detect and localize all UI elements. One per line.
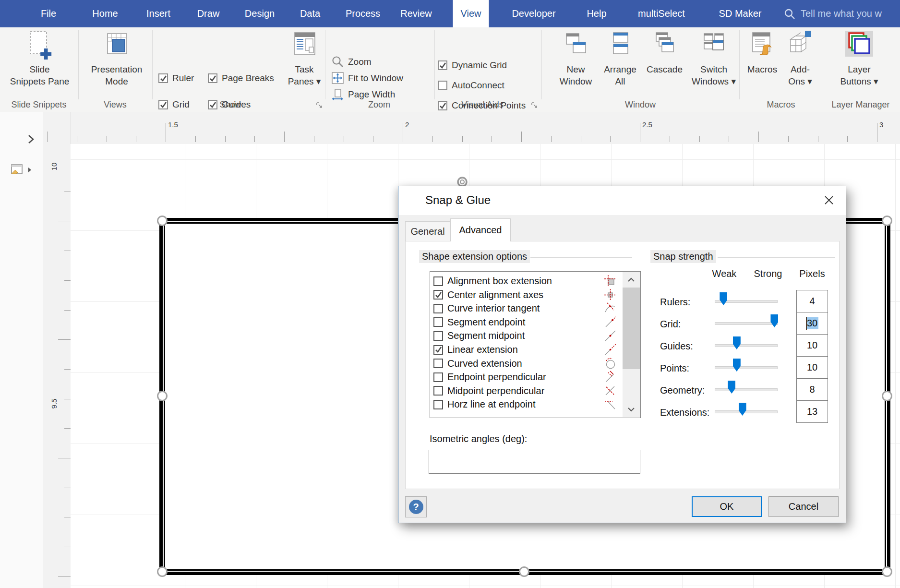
close-button[interactable]: [818, 191, 840, 209]
macros-button[interactable]: Macros: [743, 30, 781, 75]
checkbox-page-breaks[interactable]: Page Breaks: [208, 73, 274, 84]
presentation-mode-button[interactable]: PresentationMode: [85, 30, 148, 87]
cancel-button[interactable]: Cancel: [768, 496, 839, 517]
layer-buttons-button[interactable]: LayerButtons ▾: [835, 30, 883, 87]
tab-advanced[interactable]: Advanced: [450, 218, 511, 241]
tab-home[interactable]: Home: [84, 0, 125, 27]
handle-bottom-middle[interactable]: [519, 566, 529, 577]
checkbox-autoconnect[interactable]: AutoConnect: [438, 80, 504, 91]
checkbox-box[interactable]: [433, 317, 443, 327]
page-width-button[interactable]: Page Width: [331, 88, 395, 101]
fit-to-window-button[interactable]: Fit to Window: [331, 72, 403, 84]
handle-bottom-right[interactable]: [882, 566, 892, 577]
tab-process[interactable]: Process: [338, 0, 388, 27]
add-ons-button[interactable]: Add-Ons ▾: [781, 30, 819, 87]
slider-track[interactable]: [715, 388, 778, 391]
tab-design[interactable]: Design: [237, 0, 282, 27]
checkbox-dynamic-grid[interactable]: Dynamic Grid: [438, 60, 507, 71]
checkbox-ruler[interactable]: Ruler: [158, 73, 194, 84]
shape-extension-options-list[interactable]: Alignment box extensionCenter alignment …: [430, 271, 641, 418]
tab-file[interactable]: File: [33, 0, 64, 27]
slider-thumb[interactable]: [728, 381, 735, 394]
checkbox-box[interactable]: [433, 331, 443, 341]
slider-thumb[interactable]: [733, 336, 741, 349]
dialog-launcher-icon[interactable]: [316, 102, 323, 109]
slider-track[interactable]: [715, 322, 778, 325]
search-icon[interactable]: [783, 8, 796, 20]
handle-top-left[interactable]: [157, 216, 168, 226]
pixels-value-rulers[interactable]: 4: [796, 290, 828, 312]
pixels-value-geometry[interactable]: 8: [796, 378, 828, 401]
dialog-launcher-icon[interactable]: [531, 102, 538, 109]
help-button[interactable]: ?: [405, 496, 427, 517]
horizontal-ruler[interactable]: 1.522.53: [43, 112, 900, 144]
list-item-midpoint-perpendicular[interactable]: Midpoint perpendicular: [430, 384, 622, 398]
pixels-value-extensions[interactable]: 13: [796, 400, 828, 423]
list-item-curve-interior-tangent[interactable]: Curve interior tangent: [430, 301, 622, 315]
tab-view[interactable]: View: [453, 0, 489, 27]
tell-me-search-input[interactable]: Tell me what you w: [801, 0, 882, 27]
slider-track[interactable]: [715, 366, 778, 369]
tab-data[interactable]: Data: [292, 0, 328, 27]
list-item-center-alignment-axes[interactable]: Center alignment axes: [430, 288, 622, 302]
tab-sd-maker[interactable]: SD Maker: [711, 0, 769, 27]
chevron-down-icon[interactable]: [623, 403, 640, 416]
handle-top-right[interactable]: [882, 216, 892, 226]
flyout-arrow-icon[interactable]: [27, 167, 33, 173]
tab-developer[interactable]: Developer: [504, 0, 563, 27]
checkbox-box[interactable]: [433, 400, 443, 409]
checkbox-box[interactable]: [433, 304, 443, 313]
slider-thumb[interactable]: [720, 292, 727, 305]
list-scrollbar[interactable]: [623, 272, 640, 417]
list-item-horz-line-at-endpoint[interactable]: Horz line at endpoint: [430, 397, 622, 411]
list-item-curved-extension[interactable]: Curved extension: [430, 357, 622, 371]
chevron-up-icon[interactable]: [623, 273, 640, 287]
handle-middle-left[interactable]: [157, 391, 168, 401]
checkbox-box[interactable]: [433, 372, 443, 382]
scrollbar-thumb[interactable]: [623, 288, 640, 369]
checkbox-box[interactable]: [433, 359, 443, 368]
checkbox-grid[interactable]: Grid: [158, 99, 190, 110]
list-item-segment-midpoint[interactable]: Segment midpoint: [430, 329, 622, 343]
tab-review[interactable]: Review: [393, 0, 440, 27]
switch-windows-button[interactable]: SwitchWindows ▾: [690, 30, 738, 87]
pixels-value-points[interactable]: 10: [796, 356, 828, 379]
slider-thumb[interactable]: [770, 314, 778, 327]
handle-bottom-left[interactable]: [157, 566, 168, 577]
vertical-ruler[interactable]: 109.5: [43, 144, 71, 588]
tab-general[interactable]: General: [405, 221, 450, 241]
checkbox-box[interactable]: [433, 345, 443, 355]
handle-middle-right[interactable]: [882, 391, 892, 401]
checkbox-box[interactable]: [433, 386, 443, 396]
ok-button[interactable]: OK: [692, 496, 762, 517]
list-item-label: Segment endpoint: [447, 317, 525, 328]
arrange-all-button[interactable]: ArrangeAll: [599, 30, 642, 87]
tab-insert[interactable]: Insert: [139, 0, 178, 27]
new-window-button[interactable]: NewWindow: [553, 30, 599, 87]
tab-help[interactable]: Help: [579, 0, 614, 27]
checkbox-guides[interactable]: Guides: [208, 99, 251, 110]
slider-track[interactable]: [715, 344, 778, 347]
slide-snippets-pane-button[interactable]: SlideSnippets Pane: [10, 30, 70, 87]
list-item-endpoint-perpendicular[interactable]: Endpoint perpendicular: [430, 370, 622, 384]
cascade-button[interactable]: Cascade: [642, 30, 687, 75]
tab-draw[interactable]: Draw: [190, 0, 228, 27]
list-item-linear-extension[interactable]: Linear extension: [430, 343, 622, 357]
stencil-page-icon[interactable]: [11, 163, 24, 176]
checkbox-box[interactable]: [433, 290, 443, 300]
zoom-button[interactable]: Zoom: [331, 55, 372, 68]
tab-multiselect[interactable]: multiSelect: [630, 0, 693, 27]
pixels-value-grid[interactable]: 30: [796, 312, 828, 335]
checkbox-box[interactable]: [433, 276, 443, 286]
expand-panel-chevron-icon[interactable]: [25, 133, 36, 145]
list-item-segment-endpoint[interactable]: Segment endpoint: [430, 315, 622, 329]
slider-thumb[interactable]: [739, 403, 746, 416]
slider-track[interactable]: [715, 410, 778, 413]
slider-thumb[interactable]: [733, 359, 741, 372]
checkbox-connection-points[interactable]: Connection Points: [438, 100, 526, 111]
task-panes-button[interactable]: TaskPanes ▾: [286, 30, 323, 87]
pixels-value-guides[interactable]: 10: [796, 334, 828, 357]
isometric-angles-input[interactable]: [429, 450, 640, 474]
dialog-title-bar[interactable]: Snap & Glue: [398, 186, 846, 215]
list-item-alignment-box-extension[interactable]: Alignment box extension: [430, 274, 622, 288]
